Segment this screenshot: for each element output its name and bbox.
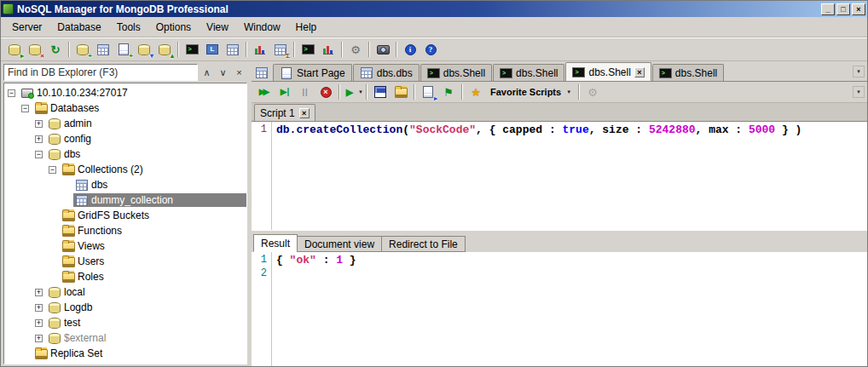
view-documents-button[interactable]: [223, 40, 243, 60]
find-next-button[interactable]: ∨: [215, 64, 231, 81]
tree-node-local[interactable]: +local: [5, 284, 246, 300]
new-query-button[interactable]: +: [113, 40, 134, 60]
expand-icon[interactable]: +: [35, 120, 43, 128]
disconnect-server-button[interactable]: ×: [25, 40, 45, 60]
tree-node-databases[interactable]: −Databases: [5, 100, 246, 116]
tab-dbs-shell-5[interactable]: >dbs.Shell: [652, 64, 724, 81]
menu-item-options[interactable]: Options: [148, 19, 199, 36]
db-explorer-search-input[interactable]: [3, 64, 198, 81]
tree-node-logdb[interactable]: +Logdb: [5, 300, 246, 315]
pause-script-button[interactable]: ||: [295, 83, 315, 102]
help-button[interactable]: ?: [420, 40, 441, 60]
add-to-favorites-button[interactable]: ★: [466, 83, 486, 102]
menu-item-help[interactable]: Help: [288, 19, 325, 36]
result-tab-redirect-to-file[interactable]: Redirect to File: [381, 236, 466, 252]
server-status-button[interactable]: [318, 40, 339, 60]
tree-node-views[interactable]: Views: [5, 238, 246, 254]
collapse-icon[interactable]: −: [8, 89, 15, 97]
connect-server-button[interactable]: ▸: [4, 40, 25, 60]
maximize-button[interactable]: □: [836, 3, 850, 15]
open-collection-icon: [96, 43, 110, 56]
find-previous-button[interactable]: ∧: [199, 64, 215, 81]
close-tab-icon[interactable]: ×: [634, 67, 645, 77]
shell-toolbar-overflow-button[interactable]: ▾: [853, 86, 865, 98]
tab-monitor-icon: >: [500, 68, 512, 78]
aggregate-button[interactable]: Σ: [270, 40, 291, 60]
execute-script-button[interactable]: ▶▶: [254, 83, 275, 102]
result-tab-result[interactable]: Result: [253, 234, 298, 252]
menu-item-window[interactable]: Window: [236, 19, 288, 36]
map-reduce-button[interactable]: [250, 40, 270, 60]
new-database-button[interactable]: +: [72, 40, 93, 60]
tree-node-config[interactable]: +config: [5, 131, 246, 146]
open-script-button[interactable]: [391, 83, 411, 102]
export-result-button[interactable]: ▸: [418, 83, 438, 102]
tab-list-button[interactable]: [253, 65, 270, 81]
refresh-explorer-button[interactable]: ↻: [45, 40, 66, 60]
tree-node-gridfs-buckets[interactable]: GridFS Buckets: [5, 208, 246, 223]
stop-script-button[interactable]: ×: [315, 83, 336, 102]
tree-node-dbs[interactable]: −dbs: [5, 146, 246, 162]
collapse-icon[interactable]: −: [21, 105, 29, 112]
tree-node-functions[interactable]: Functions: [5, 223, 246, 238]
tree-node-replica-set[interactable]: Replica Set: [5, 346, 246, 361]
tree-node-external[interactable]: +$external: [5, 330, 246, 346]
collapse-icon[interactable]: −: [49, 166, 56, 174]
tree-node-dummy-collection[interactable]: dummy_collection: [5, 192, 246, 208]
search-close-button[interactable]: ×: [231, 64, 247, 81]
server-monitoring-icon: >: [302, 44, 315, 54]
script-code-area[interactable]: db.createCollection("SockCode", { capped…: [272, 122, 867, 230]
expand-icon[interactable]: +: [35, 319, 43, 327]
shell-options-button[interactable]: ⚙: [582, 83, 603, 102]
tree-node-dbs[interactable]: dbs: [5, 177, 246, 192]
favorite-scripts-button[interactable]: Favorite Scripts▼: [486, 83, 576, 102]
tab-overflow-button[interactable]: ▾: [853, 66, 865, 77]
result-text-area[interactable]: { "ok" : 1 }: [272, 252, 867, 366]
open-shell-button[interactable]: >: [182, 40, 202, 60]
run-to-flag-button[interactable]: ⚑: [438, 83, 459, 102]
screenshot-button[interactable]: [373, 40, 393, 60]
tree-node-admin[interactable]: +admin: [5, 116, 246, 131]
disconnect-server-badge-icon: ×: [40, 53, 44, 60]
toolbar-separator: [68, 42, 70, 57]
options-button[interactable]: ⚙: [345, 40, 366, 60]
collapse-icon[interactable]: −: [35, 151, 43, 158]
import-data-button[interactable]: ▾: [134, 40, 154, 60]
script-editor-gutter: 1: [252, 122, 272, 230]
menu-item-view[interactable]: View: [199, 19, 236, 36]
about-button[interactable]: i: [400, 40, 420, 60]
linq-query-button[interactable]: L: [202, 40, 223, 60]
script-tab[interactable]: Script 1 ×: [254, 104, 315, 121]
execute-with-options-button[interactable]: ▶▼: [343, 83, 363, 102]
minimize-button[interactable]: _: [821, 3, 835, 15]
export-data-button[interactable]: ▴: [154, 40, 175, 60]
tree-node-roles[interactable]: Roles: [5, 269, 246, 284]
tab-start-page-0[interactable]: Start Page: [273, 64, 352, 81]
tree-node-collections-2[interactable]: −Collections (2): [5, 162, 246, 177]
close-button[interactable]: ×: [852, 3, 865, 15]
tree-node-10-10-10-234-27017[interactable]: −10.10.10.234:27017: [5, 85, 246, 100]
menu-item-tools[interactable]: Tools: [109, 19, 148, 36]
tree-node-users[interactable]: Users: [5, 254, 246, 269]
tab-dbs-shell-3[interactable]: >dbs.Shell: [493, 64, 564, 81]
tab-dbs-shell-2[interactable]: >dbs.Shell: [420, 64, 492, 81]
expand-icon[interactable]: +: [35, 135, 43, 143]
result-tab-document-view[interactable]: Document view: [297, 236, 382, 252]
tree-node-label: local: [64, 286, 85, 298]
save-script-button[interactable]: [370, 83, 391, 102]
tab-dbs-dbs-1[interactable]: dbs.dbs: [353, 64, 420, 81]
tab-dbs-shell-4[interactable]: >dbs.Shell×: [565, 62, 651, 81]
open-collection-button[interactable]: [93, 40, 113, 60]
menu-item-server[interactable]: Server: [4, 19, 49, 36]
execute-statement-button[interactable]: ▶|: [275, 83, 295, 102]
expand-icon[interactable]: +: [35, 289, 43, 296]
toolbar-separator: [246, 42, 247, 57]
script-tab-close-icon[interactable]: ×: [299, 108, 310, 118]
db-explorer-panel: ∧∨× −10.10.10.234:27017−Databases+admin+…: [1, 61, 247, 366]
tab-label: dbs.Shell: [588, 66, 630, 78]
server-monitoring-button[interactable]: >: [298, 40, 318, 60]
expand-icon[interactable]: +: [35, 335, 43, 342]
menu-item-database[interactable]: Database: [49, 19, 108, 36]
tree-node-test[interactable]: +test: [5, 315, 246, 330]
expand-icon[interactable]: +: [35, 304, 43, 312]
